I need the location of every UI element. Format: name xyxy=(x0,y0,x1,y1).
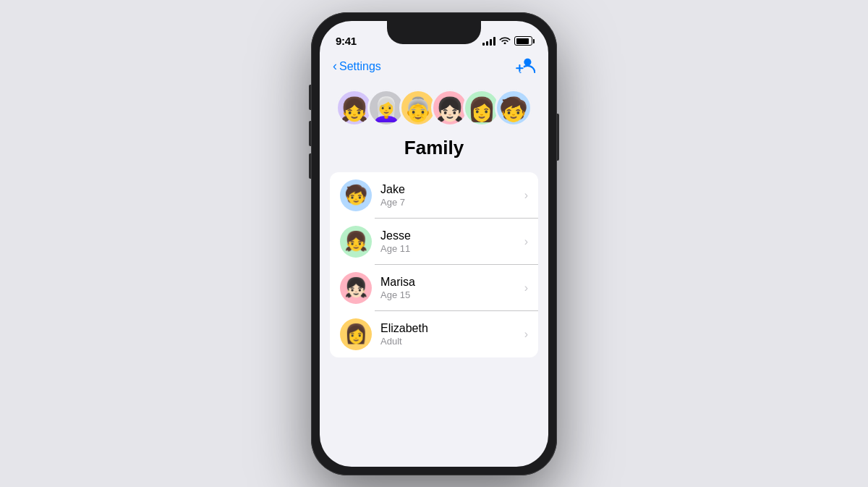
member-name-jake: Jake xyxy=(380,182,524,198)
member-info-jesse: Jesse Age 11 xyxy=(380,229,524,255)
phone-notch xyxy=(387,21,481,44)
member-age-jake: Age 7 xyxy=(380,197,524,208)
member-name-marisa: Marisa xyxy=(380,275,524,290)
memoji-5: 👩 xyxy=(467,98,496,121)
member-item-jesse[interactable]: 👧 Jesse Age 11 › xyxy=(330,219,538,265)
member-avatar-jesse: 👧 xyxy=(340,226,372,258)
member-avatar-marisa: 👧🏻 xyxy=(340,272,372,304)
signal-icon xyxy=(482,37,495,46)
svg-point-0 xyxy=(524,58,531,65)
header-avatar-6: 🧒 xyxy=(495,89,532,127)
memoji-4: 👧🏻 xyxy=(435,98,464,121)
chevron-icon-elizabeth: › xyxy=(524,328,528,341)
member-info-jake: Jake Age 7 xyxy=(380,182,524,208)
signal-bar-3 xyxy=(490,39,492,46)
memoji-2: 👩‍🦳 xyxy=(372,98,401,121)
wifi-icon xyxy=(499,35,511,46)
member-item-marisa[interactable]: 👧🏻 Marisa Age 15 › xyxy=(330,265,538,311)
member-name-jesse: Jesse xyxy=(380,229,524,244)
memoji-marisa: 👧🏻 xyxy=(344,276,367,299)
phone-screen: 9:41 xyxy=(320,21,548,467)
member-item-jake[interactable]: 🧒 Jake Age 7 › xyxy=(330,172,538,219)
chevron-icon-jesse: › xyxy=(524,235,528,248)
back-chevron-icon: ‹ xyxy=(333,59,337,72)
signal-bar-1 xyxy=(482,43,485,46)
battery-icon xyxy=(514,36,532,46)
member-age-jesse: Age 11 xyxy=(380,243,524,254)
memoji-1: 👧 xyxy=(340,98,369,121)
member-list: 🧒 Jake Age 7 › 👧 J xyxy=(330,172,538,357)
member-age-elizabeth: Adult xyxy=(380,336,524,347)
memoji-3: 👵 xyxy=(404,98,433,121)
member-avatar-elizabeth: 👩 xyxy=(340,318,372,350)
back-label: Settings xyxy=(339,60,381,73)
chevron-icon-jake: › xyxy=(524,189,528,202)
memoji-jesse: 👧 xyxy=(344,230,367,253)
member-info-marisa: Marisa Age 15 xyxy=(380,275,524,301)
member-item-elizabeth[interactable]: 👩 Elizabeth Adult › xyxy=(330,311,538,357)
family-avatars-row: 👧 👩‍🦳 👵 👧🏻 👩 🧒 xyxy=(320,82,548,131)
nav-bar: ‹ Settings xyxy=(320,53,548,82)
signal-bar-4 xyxy=(493,37,495,46)
family-title: Family xyxy=(320,131,548,172)
scene: 9:41 xyxy=(0,0,868,487)
battery-fill xyxy=(516,38,529,44)
signal-bar-2 xyxy=(486,41,488,46)
member-age-marisa: Age 15 xyxy=(380,289,524,300)
member-avatar-jake: 🧒 xyxy=(340,179,372,211)
memoji-6: 🧒 xyxy=(499,98,528,121)
status-icons xyxy=(482,35,532,46)
member-name-elizabeth: Elizabeth xyxy=(380,321,524,336)
phone-frame: 9:41 xyxy=(311,12,557,475)
content-area: 👧 👩‍🦳 👵 👧🏻 👩 🧒 xyxy=(320,82,548,467)
add-member-button[interactable] xyxy=(515,57,535,76)
memoji-elizabeth: 👩 xyxy=(344,323,367,345)
back-button[interactable]: ‹ Settings xyxy=(333,60,381,73)
status-time: 9:41 xyxy=(336,35,357,47)
memoji-jake: 🧒 xyxy=(344,184,367,206)
member-info-elizabeth: Elizabeth Adult xyxy=(380,321,524,347)
chevron-icon-marisa: › xyxy=(524,281,528,295)
